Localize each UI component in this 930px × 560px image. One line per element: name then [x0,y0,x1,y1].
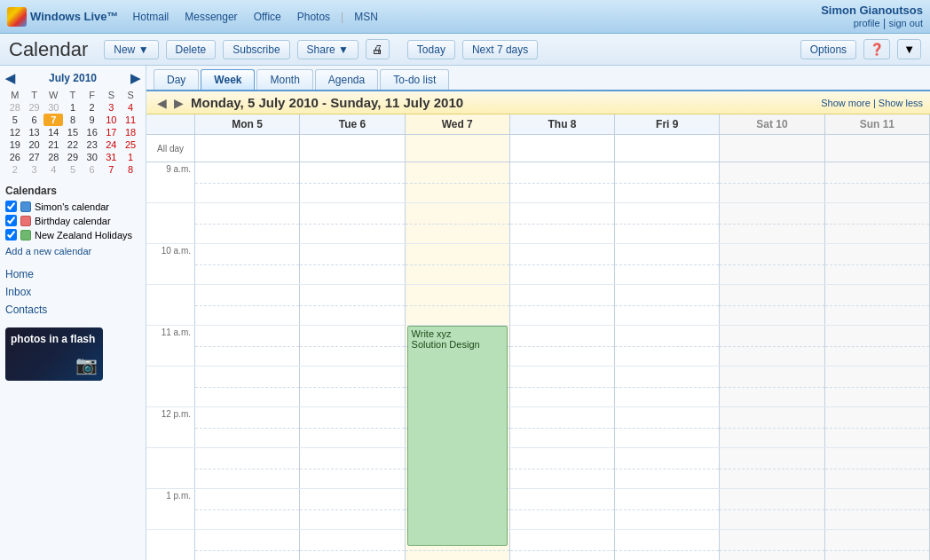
day-cell-r4-c5[interactable] [720,326,824,366]
day-cell-r7-c4[interactable] [615,448,720,488]
tab-week[interactable]: Week [201,69,255,90]
delete-button[interactable]: Delete [166,40,217,59]
mini-cal-day[interactable]: 9 [83,114,102,126]
day-cell-r1-c5[interactable] [720,203,824,243]
day-cell-r6-c5[interactable] [720,407,824,447]
mini-cal-day[interactable]: 22 [63,138,83,151]
day-cell-r0-c4[interactable] [615,162,720,202]
mini-cal-day[interactable]: 29 [63,151,83,163]
allday-cell-5[interactable] [720,135,824,162]
day-cell-r2-c2[interactable] [406,244,510,284]
allday-cell-1[interactable] [300,135,405,162]
day-cell-r0-c3[interactable] [510,162,615,202]
day-cell-r4-c2[interactable]: Write xyzSolution Design [406,326,510,366]
day-cell-r0-c6[interactable] [825,162,930,202]
day-cell-r7-c1[interactable] [300,448,405,488]
day-cell-r4-c6[interactable] [825,326,930,366]
add-calendar-link[interactable]: Add a new calendar [5,246,140,256]
next7days-button[interactable]: Next 7 days [462,40,538,59]
day-cell-r9-c6[interactable] [825,530,930,560]
day-cell-r4-c4[interactable] [615,326,720,366]
mini-cal-day[interactable]: 29 [25,101,44,114]
week-next-button[interactable]: ▶ [170,96,187,110]
mini-cal-day[interactable]: 17 [102,126,122,138]
day-cell-r5-c0[interactable] [195,367,300,406]
day-cell-r9-c4[interactable] [615,530,720,560]
day-cell-r5-c3[interactable] [510,367,615,406]
day-cell-r2-c1[interactable] [300,244,405,284]
day-cell-r0-c2[interactable] [406,162,510,202]
day-cell-r5-c5[interactable] [720,367,824,406]
mini-cal-day[interactable]: 10 [102,114,122,126]
day-cell-r4-c0[interactable] [195,326,300,366]
help-button[interactable]: ❓ [863,39,890,59]
day-cell-r5-c1[interactable] [300,367,405,406]
day-cell-r1-c6[interactable] [825,203,930,243]
day-cell-r7-c0[interactable] [195,448,300,488]
mini-cal-day[interactable]: 2 [83,101,102,114]
profile-link[interactable]: profile [854,18,880,28]
show-less-link[interactable]: Show less [879,98,923,108]
day-cell-r5-c4[interactable] [615,367,720,406]
nav-hotmail[interactable]: Hotmail [126,11,177,23]
day-cell-r9-c1[interactable] [300,530,405,560]
calendar-checkbox[interactable] [5,229,17,241]
day-cell-r3-c2[interactable] [406,285,510,325]
tab-day[interactable]: Day [154,69,199,90]
mini-cal-day[interactable]: 16 [83,126,102,138]
share-button[interactable]: Share ▼ [297,40,359,59]
nav-contacts[interactable]: Contacts [5,301,140,319]
mini-cal-day[interactable]: 26 [5,151,25,163]
mini-cal-day[interactable]: 30 [43,101,63,114]
mini-cal-day[interactable]: 15 [63,126,83,138]
day-cell-r6-c3[interactable] [510,407,615,447]
mini-cal-day[interactable]: 2 [5,163,25,176]
tab-todo[interactable]: To-do list [380,69,449,90]
allday-cell-0[interactable] [195,135,300,162]
day-cell-r0-c5[interactable] [720,162,824,202]
mini-cal-day[interactable]: 13 [25,126,44,138]
today-button[interactable]: Today [407,40,455,59]
mini-cal-day[interactable]: 21 [43,138,63,151]
mini-cal-day[interactable]: 25 [121,138,140,151]
options-button[interactable]: Options [800,40,856,59]
mini-cal-next[interactable]: ▶ [130,71,140,85]
day-cell-r2-c3[interactable] [510,244,615,284]
day-cell-r3-c6[interactable] [825,285,930,325]
calendar-checkbox[interactable] [5,201,17,212]
mini-cal-day[interactable]: 23 [83,138,102,151]
day-cell-r3-c3[interactable] [510,285,615,325]
day-cell-r1-c3[interactable] [510,203,615,243]
mini-cal-day[interactable]: 5 [63,163,83,176]
mini-cal-day[interactable]: 3 [102,101,122,114]
mini-cal-day[interactable]: 7 [102,163,122,176]
mini-cal-day[interactable]: 27 [25,151,44,163]
day-cell-r7-c6[interactable] [825,448,930,488]
mini-cal-day[interactable]: 4 [121,101,140,114]
mini-cal-day[interactable]: 4 [43,163,63,176]
mini-cal-day[interactable]: 28 [5,101,25,114]
photos-flash-banner[interactable]: photos in a flash 📷 [5,327,103,381]
week-prev-button[interactable]: ◀ [154,96,170,110]
day-cell-r5-c6[interactable] [825,367,930,406]
mini-cal-day[interactable]: 12 [5,126,25,138]
day-cell-r7-c5[interactable] [720,448,824,488]
mini-cal-day[interactable]: 6 [83,163,102,176]
day-cell-r8-c3[interactable] [510,489,615,529]
day-cell-r1-c4[interactable] [615,203,720,243]
mini-cal-day[interactable]: 8 [63,114,83,126]
day-cell-r9-c0[interactable] [195,530,300,560]
mini-cal-day[interactable]: 3 [25,163,44,176]
signout-link[interactable]: sign out [888,18,923,28]
day-cell-r6-c4[interactable] [615,407,720,447]
mini-cal-day[interactable]: 19 [5,138,25,151]
nav-inbox[interactable]: Inbox [5,283,140,301]
mini-cal-day[interactable]: 14 [43,126,63,138]
nav-photos[interactable]: Photos [290,11,337,23]
calendar-checkbox[interactable] [5,215,17,226]
day-cell-r6-c6[interactable] [825,407,930,447]
mini-cal-day[interactable]: 1 [121,151,140,163]
day-cell-r3-c0[interactable] [195,285,300,325]
day-cell-r8-c5[interactable] [720,489,824,529]
day-cell-r1-c2[interactable] [406,203,510,243]
